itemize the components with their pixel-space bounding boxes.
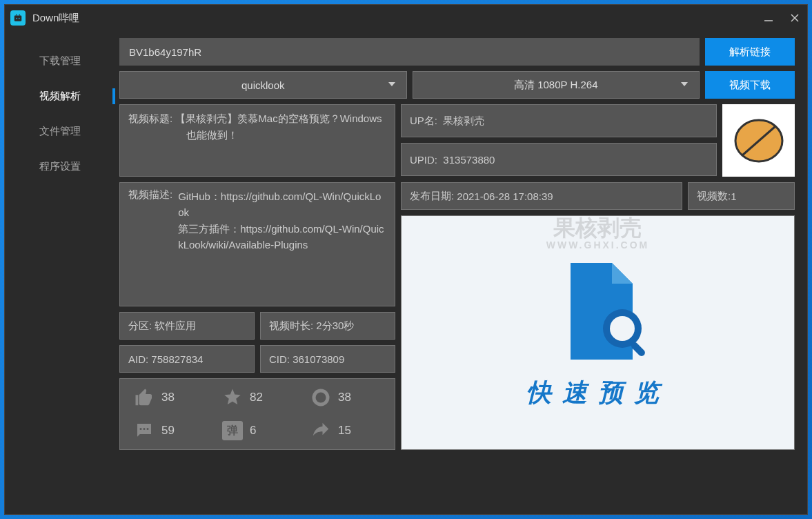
aid-value: 758827834 [151,353,203,365]
chevron-down-icon [680,79,689,91]
publish-panel: 发布日期: 2021-06-28 17:08:39 [401,182,682,210]
sidebar: 下载管理 视频解析 文件管理 程序设置 [5,31,115,514]
sidebar-label: 文件管理 [39,125,81,137]
sidebar-item-files[interactable]: 文件管理 [5,114,115,149]
aid-label: AID: [128,353,148,365]
like-stat: 38 [134,387,204,408]
cid-value: 361073809 [293,353,344,365]
title-value: 【果核剥壳】羡慕Mac的空格预览？Windows也能做到！ [175,112,382,141]
svg-point-1 [16,18,17,19]
duration-label: 视频时长: [269,320,313,333]
upid-panel: UPID: 313573880 [401,143,717,176]
avatar-icon [732,114,786,168]
duration-panel: 视频时长: 2分30秒 [260,312,395,340]
chevron-down-icon [387,79,397,91]
count-value: 1 [731,190,736,202]
quality-dropdown[interactable]: 高清 1080P H.264 [413,71,700,99]
sidebar-label: 下载管理 [39,55,81,66]
svg-point-9 [143,428,146,430]
svg-point-14 [610,316,635,341]
danmu-count: 6 [250,424,256,438]
sidebar-label: 视频解析 [39,90,81,101]
watermark-url: WWW.GHXI.COM [546,240,650,251]
desc-label: 视频描述: [128,188,172,253]
star-icon [222,387,243,408]
zone-label: 分区: [128,320,152,333]
up-label: UP名: [410,115,437,128]
sidebar-item-parse[interactable]: 视频解析 [5,79,115,114]
desc-panel: 视频描述: GitHub：https://github.com/QL-Win/Q… [119,182,395,306]
comment-count: 59 [161,424,175,438]
dropdown-value: quicklook [241,79,285,91]
comment-icon [134,420,155,441]
app-icon [10,10,26,26]
pub-label: 发布日期: [410,190,454,203]
share-stat: 15 [310,420,381,441]
up-name-panel: UP名: 果核剥壳 [401,104,717,137]
duration-value: 2分30秒 [316,320,354,333]
like-count: 38 [161,391,175,404]
aid-panel: AID: 758827834 [119,345,255,373]
share-count: 15 [338,424,351,438]
fav-stat: 82 [222,387,293,408]
fav-count: 82 [250,391,263,404]
zone-panel: 分区: 软件应用 [119,312,255,340]
up-value: 果核剥壳 [443,115,484,128]
title-label: 视频标题: [128,112,172,124]
svg-point-10 [147,428,149,430]
comment-stat: 59 [134,420,204,441]
share-icon [310,420,331,441]
cid-label: CID: [269,353,290,365]
pub-value: 2021-06-28 17:08:39 [457,190,553,202]
danmu-icon: 弹 [222,421,243,440]
thumbs-up-icon [134,387,155,408]
uploader-avatar [722,104,795,177]
watermark-text: 果核剥壳 [546,216,650,240]
coin-count: 38 [338,391,351,404]
count-label: 视频数: [697,190,731,203]
sidebar-item-settings[interactable]: 程序设置 [5,149,115,184]
stats-panel: 38 82 38 59 [119,378,395,450]
source-dropdown[interactable]: quicklook [119,71,407,99]
video-count-panel: 视频数: 1 [688,182,795,210]
sidebar-label: 程序设置 [39,160,81,172]
download-button[interactable]: 视频下载 [705,71,795,99]
upid-label: UPID: [410,154,437,166]
titlebar: Down哔哩 [5,5,807,31]
svg-point-7 [316,393,326,403]
coin-icon [310,387,331,408]
close-button[interactable] [788,11,802,25]
url-input[interactable] [119,38,700,66]
minimize-button[interactable] [762,11,775,25]
desc-value: GitHub：https://github.com/QL-Win/QuickLo… [178,188,386,253]
svg-rect-0 [14,16,22,21]
danmu-stat: 弹 6 [222,420,293,441]
zone-value: 软件应用 [155,320,196,333]
coin-stat: 38 [310,387,381,408]
app-window: Down哔哩 下载管理 视频解析 文件管理 程序设置 解析链接 quickloo… [4,4,808,515]
svg-point-2 [19,18,20,19]
svg-point-8 [140,428,142,430]
window-title: Down哔哩 [32,12,762,25]
video-preview: 果核剥壳 WWW.GHXI.COM 快速 [401,215,795,450]
sidebar-item-downloads[interactable]: 下载管理 [5,43,115,79]
preview-caption: 快速预览 [526,376,670,410]
preview-icon [557,256,640,360]
parse-button[interactable]: 解析链接 [705,38,795,66]
title-panel: 视频标题: 【果核剥壳】羡慕Mac的空格预览？Windows也能做到！ [119,104,395,177]
cid-panel: CID: 361073809 [260,345,395,373]
dropdown-value: 高清 1080P H.264 [514,79,597,92]
upid-value: 313573880 [443,154,495,166]
watermark: 果核剥壳 WWW.GHXI.COM [546,216,650,251]
main-content: 解析链接 quicklook 高清 1080P H.264 视频下载 视频 [115,31,807,514]
